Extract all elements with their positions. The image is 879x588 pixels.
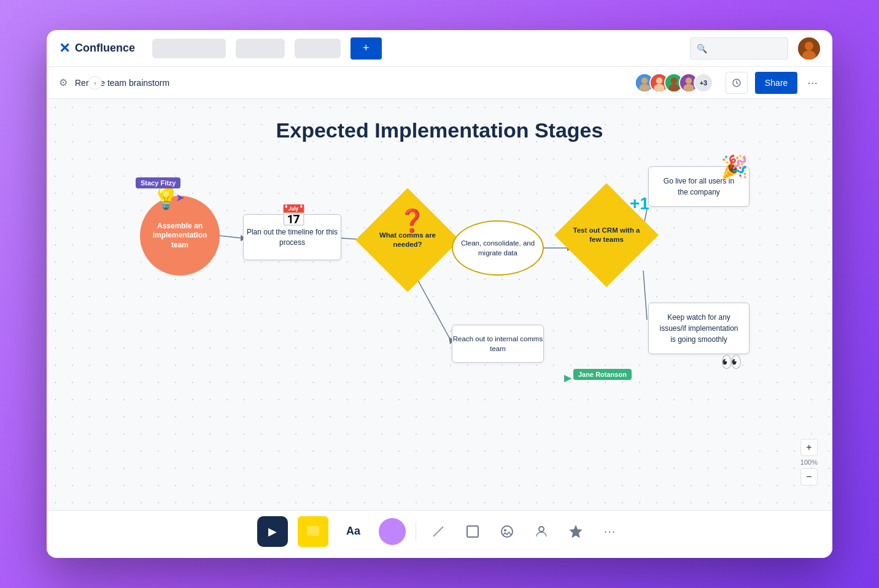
- history-button[interactable]: [726, 72, 748, 94]
- assemble-node-text: Assemble an implementation team: [140, 222, 220, 250]
- svg-point-13: [686, 77, 692, 84]
- sub-nav: ‹ ⚙ Remote team brainstorm: [47, 67, 832, 99]
- svg-point-34: [539, 527, 544, 532]
- diagram-title: Expected Implementation Stages: [276, 118, 603, 142]
- toolbar-person-button[interactable]: [529, 519, 554, 544]
- svg-marker-35: [570, 526, 581, 537]
- zoom-controls: + 100% −: [800, 439, 818, 485]
- party-emoji: 🎉: [721, 154, 748, 180]
- toolbar-line-button[interactable]: [426, 519, 451, 544]
- svg-line-30: [433, 527, 443, 536]
- toolbar-shape-button[interactable]: [379, 518, 406, 545]
- search-bar[interactable]: 🔍: [690, 37, 788, 60]
- zoom-in-button[interactable]: +: [800, 439, 818, 456]
- toolbar-text-button[interactable]: Aa: [338, 516, 369, 547]
- collapse-button[interactable]: ‹: [88, 76, 102, 90]
- svg-point-8: [654, 83, 665, 92]
- svg-rect-29: [307, 526, 319, 536]
- toolbar-frame-button[interactable]: [460, 519, 485, 544]
- nav-item-2[interactable]: [236, 39, 285, 58]
- nav-item-3[interactable]: [295, 39, 341, 58]
- nav-item-1[interactable]: [152, 39, 226, 58]
- svg-point-7: [656, 77, 663, 84]
- diagram-canvas: Expected Implementation Stages Stacy Fit…: [47, 99, 832, 510]
- clean-node-text: Clean, consolidate, and migrate data: [453, 238, 543, 258]
- toolbar-sticky-button[interactable]: [298, 516, 328, 547]
- plus1-badge: +1: [630, 194, 649, 214]
- more-options-button[interactable]: ···: [805, 75, 820, 90]
- clean-node[interactable]: Clean, consolidate, and migrate data: [452, 220, 544, 276]
- app-name: Confluence: [75, 42, 135, 55]
- create-button[interactable]: +: [350, 37, 382, 60]
- stacy-fitzy-label: Stacy Fitzy: [136, 177, 180, 188]
- toolbar-image-button[interactable]: [495, 519, 519, 544]
- stacy-arrow: ➤: [176, 191, 185, 204]
- svg-point-10: [671, 77, 678, 84]
- share-button[interactable]: Share: [755, 72, 797, 94]
- keep-watch-box[interactable]: Keep watch for any issues/if implementat…: [648, 303, 749, 354]
- reach-out-box[interactable]: Reach out to internal comms team: [452, 325, 544, 363]
- question-emoji: ❓: [398, 208, 426, 234]
- reach-out-text: Reach out to internal comms team: [452, 334, 543, 354]
- collaborator-avatars: +3: [635, 73, 713, 93]
- bottom-toolbar: ▶ Aa: [47, 510, 832, 552]
- confluence-logo[interactable]: ✕ Confluence: [59, 41, 135, 56]
- toolbar-star-button[interactable]: [563, 519, 588, 544]
- user-avatar[interactable]: [798, 37, 820, 60]
- top-nav: ✕ Confluence + 🔍: [47, 30, 832, 67]
- calendar-emoji: 📅: [281, 203, 306, 228]
- svg-point-14: [683, 83, 694, 92]
- toolbar-play-button[interactable]: ▶: [257, 516, 288, 547]
- svg-point-11: [668, 83, 680, 92]
- keep-watch-text: Keep watch for any issues/if implementat…: [659, 313, 738, 344]
- svg-point-4: [641, 77, 648, 84]
- zoom-percent: 100%: [800, 458, 818, 466]
- diagram-icon: ⚙: [59, 77, 68, 88]
- plan-node-text: Plan out the timeline for this process: [244, 227, 341, 248]
- svg-point-5: [639, 83, 650, 92]
- svg-line-27: [643, 271, 647, 320]
- zoom-out-button[interactable]: −: [800, 468, 818, 485]
- svg-point-33: [504, 529, 506, 532]
- toolbar-more-button[interactable]: ···: [598, 519, 622, 544]
- jane-arrow: ▶: [564, 372, 571, 384]
- logo-icon: ✕: [59, 41, 70, 56]
- collaborator-plus-badge: +3: [694, 73, 713, 93]
- browser-window: ✕ Confluence + 🔍 ‹ ⚙ Remote team brainst…: [47, 30, 832, 558]
- eyes-emoji: 👀: [721, 352, 742, 372]
- svg-rect-31: [467, 526, 478, 537]
- toolbar-divider-1: [416, 522, 416, 541]
- search-icon: 🔍: [697, 44, 707, 53]
- svg-line-16: [220, 236, 242, 238]
- jane-rotanson-label: Jane Rotanson: [573, 369, 632, 380]
- what-comms-diamond[interactable]: What comms are needed?: [355, 188, 460, 292]
- svg-point-1: [805, 42, 813, 50]
